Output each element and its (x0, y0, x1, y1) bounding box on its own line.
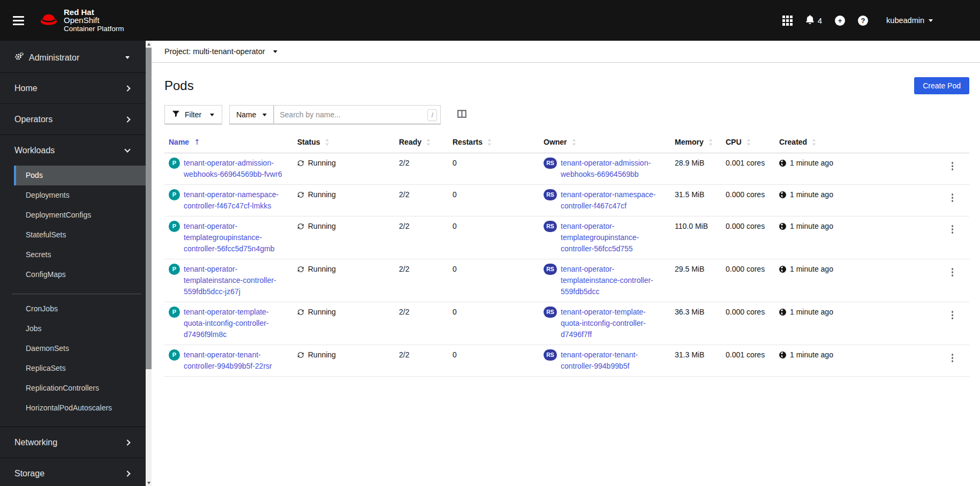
table-row: P tenant-operator-tenant-controller-994b… (164, 345, 969, 377)
created-text: 1 minute ago (790, 189, 833, 200)
sidebar-item-daemonsets[interactable]: DaemonSets (14, 339, 146, 358)
kebab-menu-button[interactable] (948, 310, 957, 320)
created-cell: 1 minute ago (775, 185, 936, 216)
name-cell: P tenant-operator-template-quota-intconf… (164, 302, 293, 345)
globe-timestamp-icon (779, 221, 786, 233)
manage-columns-button[interactable] (455, 108, 469, 122)
owner-link[interactable]: tenant-operator-namespace-controller-f46… (561, 189, 666, 212)
sidebar-item-deployments[interactable]: Deployments (14, 185, 146, 205)
import-plus-button[interactable]: + (835, 16, 845, 26)
kebab-menu-button[interactable] (948, 353, 957, 363)
cpu-cell: 0.000 cores (721, 259, 775, 302)
status-text: Running (308, 189, 336, 200)
column-header-created[interactable]: Created (775, 134, 936, 153)
status-cell: Running (293, 259, 395, 302)
kebab-menu-button[interactable] (948, 224, 957, 235)
actions-cell (936, 216, 969, 259)
cpu-cell: 0.001 cores (721, 345, 775, 376)
sidebar-item-deploymentconfigs[interactable]: DeploymentConfigs (14, 205, 146, 225)
pod-name-link[interactable]: tenant-operator-tenant-controller-994b99… (184, 349, 289, 372)
column-header-status[interactable]: Status (293, 134, 395, 153)
status-text: Running (308, 221, 336, 232)
sidebar-item-horizontalpodautoscalers[interactable]: HorizontalPodAutoscalers (14, 398, 146, 418)
kebab-menu-button[interactable] (948, 267, 957, 278)
menu-toggle-button[interactable] (11, 14, 26, 27)
column-header-cpu[interactable]: CPU (721, 134, 775, 153)
kebab-menu-button[interactable] (948, 161, 957, 171)
pod-badge: P (169, 306, 180, 318)
sidebar-item-cronjobs[interactable]: CronJobs (14, 299, 146, 319)
replicaset-badge: RS (544, 349, 557, 361)
table-row: P tenant-operator-namespace-controller-f… (164, 185, 969, 216)
table-row: P tenant-operator-template-quota-intconf… (164, 302, 969, 345)
sidebar-item-configmaps[interactable]: ConfigMaps (14, 265, 146, 285)
sort-icon (487, 139, 492, 146)
sidebar-section-home[interactable]: Home (0, 73, 146, 103)
globe-timestamp-icon (779, 349, 786, 362)
owner-link[interactable]: tenant-operator-admission-webhooks-66964… (561, 158, 666, 180)
sort-ascending-icon: ↑ (194, 138, 200, 146)
sidebar-item-replicasets[interactable]: ReplicaSets (14, 358, 146, 378)
perspective-switcher[interactable]: Administrator (0, 41, 146, 72)
owner-link[interactable]: tenant-operator-templateinstance-control… (561, 264, 666, 297)
column-header-restarts[interactable]: Restarts (448, 134, 539, 153)
table-row: P tenant-operator-admission-webhooks-669… (164, 153, 969, 185)
sidebar-item-pods[interactable]: Pods (14, 166, 146, 185)
sidebar-scrollbar[interactable] (146, 41, 152, 486)
sidebar-item-secrets[interactable]: Secrets (14, 245, 146, 265)
column-header-memory[interactable]: Memory (670, 134, 721, 153)
created-cell: 1 minute ago (775, 302, 936, 345)
column-header-name[interactable]: Name ↑ (164, 134, 293, 153)
pod-name-link[interactable]: tenant-operator-namespace-controller-f46… (184, 189, 289, 212)
sidebar-section-storage[interactable]: Storage (0, 458, 146, 486)
pod-name-link[interactable]: tenant-operator-admission-webhooks-66964… (184, 158, 289, 180)
help-button[interactable]: ? (858, 16, 868, 26)
app-launcher-icon[interactable] (782, 16, 793, 26)
project-selector[interactable]: Project: multi-tenant-operator (152, 41, 980, 63)
replicaset-badge: RS (544, 158, 557, 169)
pod-name-link[interactable]: tenant-operator-template-quota-intconfig… (184, 306, 289, 340)
chevron-down-icon (262, 114, 267, 116)
ready-cell: 2/2 (395, 302, 448, 345)
sidebar-section-operators[interactable]: Operators (0, 104, 146, 134)
column-header-owner[interactable]: Owner (539, 134, 670, 153)
owner-link[interactable]: tenant-operator-templategroupinstance-co… (561, 221, 666, 255)
sidebar-item-jobs[interactable]: Jobs (14, 319, 146, 339)
owner-link[interactable]: tenant-operator-template-quota-intconfig… (561, 306, 666, 340)
status-cell: Running (293, 345, 395, 376)
owner-cell: RS tenant-operator-template-quota-intcon… (539, 302, 670, 345)
ready-cell: 2/2 (395, 345, 448, 376)
search-input[interactable] (274, 110, 440, 119)
sync-running-icon (297, 221, 304, 233)
pod-name-link[interactable]: tenant-operator-templategroupinstance-co… (184, 221, 289, 255)
scrollbar-thumb[interactable] (146, 48, 152, 369)
pod-name-link[interactable]: tenant-operator-templateinstance-control… (184, 264, 289, 297)
created-text: 1 minute ago (790, 221, 833, 232)
sync-running-icon (297, 349, 304, 362)
notifications-button[interactable]: 4 (805, 15, 822, 26)
search-attribute-dropdown[interactable]: Name (229, 105, 274, 124)
restarts-cell: 0 (448, 216, 539, 259)
sidebar-item-replicationcontrollers[interactable]: ReplicationControllers (14, 378, 146, 398)
sidebar-section-workloads[interactable]: Workloads (0, 135, 146, 166)
sync-running-icon (297, 158, 304, 170)
created-cell: 1 minute ago (775, 216, 936, 259)
user-menu[interactable]: kubeadmin (886, 16, 933, 25)
sort-icon (708, 139, 713, 146)
sidebar-section-networking[interactable]: Networking (0, 427, 146, 458)
cpu-cell: 0.000 cores (721, 302, 775, 345)
sidebar-item-statefulsets[interactable]: StatefulSets (14, 225, 146, 245)
replicaset-badge: RS (544, 306, 557, 318)
status-text: Running (308, 264, 336, 275)
name-cell: P tenant-operator-admission-webhooks-669… (164, 153, 293, 184)
create-pod-button[interactable]: Create Pod (914, 77, 969, 94)
filter-dropdown[interactable]: Filter (164, 105, 222, 124)
scroll-up-button[interactable] (146, 41, 152, 47)
kebab-menu-button[interactable] (948, 192, 957, 203)
created-text: 1 minute ago (790, 158, 833, 169)
owner-link[interactable]: tenant-operator-tenant-controller-994b99… (561, 349, 666, 372)
column-header-ready[interactable]: Ready (395, 134, 448, 153)
bell-icon (805, 15, 815, 26)
scroll-down-button[interactable] (146, 480, 152, 486)
chevron-down-icon (124, 146, 130, 152)
